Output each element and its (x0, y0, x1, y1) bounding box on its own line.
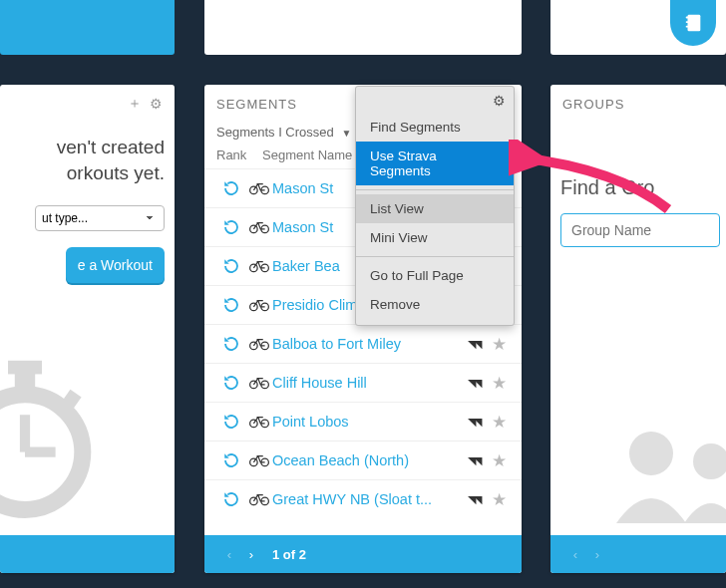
groups-pager: ‹ › (550, 535, 726, 573)
svg-rect-0 (688, 15, 701, 32)
pager-label: 1 of 2 (272, 547, 306, 562)
svg-rect-1 (686, 17, 689, 19)
star-icon[interactable]: ★ (492, 489, 510, 510)
bike-icon (246, 415, 272, 429)
segment-row[interactable]: Point Lobos◥◥★ (204, 402, 522, 441)
gear-icon[interactable]: ⚙ (150, 96, 163, 112)
popover-divider (356, 256, 514, 257)
pager-prev[interactable]: ‹ (564, 547, 586, 562)
steps-icon: ◥◥ (468, 377, 492, 390)
segment-row[interactable]: Ocean Beach (North)◥◥★ (204, 441, 522, 479)
filter-label: Segments I Crossed (216, 125, 334, 140)
popover-item[interactable]: Find Segments (356, 113, 514, 142)
bike-icon (246, 492, 272, 506)
refresh-icon[interactable] (216, 374, 246, 392)
bike-icon (246, 298, 272, 312)
group-name-input[interactable] (560, 213, 720, 247)
pager-next[interactable]: › (240, 547, 262, 562)
bike-icon (246, 259, 272, 273)
find-group-title: Find a Gro (560, 176, 726, 199)
popover-item[interactable]: List View (356, 194, 514, 223)
empty-line1: ven't created (57, 137, 165, 157)
star-icon[interactable]: ★ (492, 373, 510, 394)
notebook-icon (682, 12, 704, 34)
star-icon[interactable]: ★ (492, 412, 510, 433)
segment-name-link[interactable]: Balboa to Fort Miley (272, 336, 468, 352)
segment-row[interactable]: Great HWY NB (Sloat t...◥◥★ (204, 479, 522, 518)
svg-rect-2 (686, 21, 689, 23)
bike-icon (246, 376, 272, 390)
stopwatch-illustration (0, 354, 110, 523)
workouts-panel: ＋ ⚙ ven't created orkouts yet. ut type..… (0, 85, 175, 573)
segments-pager: ‹ › 1 of 2 (204, 535, 522, 573)
popover-item[interactable]: Use Strava Segments (356, 142, 514, 185)
popover-item[interactable]: Remove (356, 290, 514, 319)
empty-state-text: ven't created orkouts yet. (0, 135, 165, 185)
steps-icon: ◥◥ (468, 416, 492, 429)
bike-icon (246, 453, 272, 467)
create-workout-button[interactable]: e a Workout (66, 247, 165, 283)
gear-icon[interactable]: ⚙ (493, 93, 506, 109)
svg-point-29 (693, 443, 726, 479)
svg-point-28 (629, 432, 673, 475)
segment-name-link[interactable]: Great HWY NB (Sloat t... (272, 491, 468, 507)
refresh-icon[interactable] (216, 451, 246, 469)
steps-icon: ◥◥ (468, 338, 492, 351)
refresh-icon[interactable] (216, 490, 246, 508)
segment-name-link[interactable]: Ocean Beach (North) (272, 452, 468, 468)
bike-icon (246, 337, 272, 351)
plus-icon[interactable]: ＋ (128, 95, 142, 113)
segment-row[interactable]: Balboa to Fort Miley◥◥★ (204, 324, 522, 363)
groups-panel: GROUPS Find a Gro ‹ › (550, 85, 726, 573)
refresh-icon[interactable] (216, 179, 246, 197)
steps-icon: ◥◥ (468, 454, 492, 467)
people-illustration (596, 414, 726, 523)
popover-item[interactable]: Mini View (356, 223, 514, 252)
notebook-button[interactable] (670, 0, 716, 46)
steps-icon: ◥◥ (468, 493, 492, 506)
col-name: Segment Name (262, 147, 352, 162)
refresh-icon[interactable] (216, 218, 246, 236)
col-rank: Rank (216, 147, 262, 162)
pager-next[interactable]: › (586, 547, 608, 562)
segment-name-link[interactable]: Cliff House Hill (272, 375, 468, 391)
refresh-icon[interactable] (216, 296, 246, 314)
bike-icon (246, 220, 272, 234)
star-icon[interactable]: ★ (492, 334, 510, 355)
popover-divider (356, 189, 514, 190)
workout-type-select[interactable]: ut type... (35, 205, 165, 231)
left-pager (0, 535, 175, 573)
refresh-icon[interactable] (216, 413, 246, 431)
star-icon[interactable]: ★ (492, 450, 510, 471)
bike-icon (246, 181, 272, 195)
popover-item[interactable]: Go to Full Page (356, 261, 514, 290)
refresh-icon[interactable] (216, 335, 246, 353)
empty-line2: orkouts yet. (67, 162, 165, 183)
top-tab-mid (204, 0, 522, 55)
svg-rect-3 (686, 26, 689, 28)
segment-row[interactable]: Cliff House Hill◥◥★ (204, 363, 522, 402)
groups-title: GROUPS (562, 97, 714, 112)
pager-prev[interactable]: ‹ (218, 547, 240, 562)
segment-name-link[interactable]: Point Lobos (272, 414, 468, 430)
segments-settings-popover: ⚙ Find SegmentsUse Strava SegmentsList V… (355, 86, 515, 326)
caret-down-icon: ▼ (341, 128, 351, 139)
svg-rect-6 (8, 361, 42, 375)
refresh-icon[interactable] (216, 257, 246, 275)
top-tab-left (0, 0, 175, 55)
